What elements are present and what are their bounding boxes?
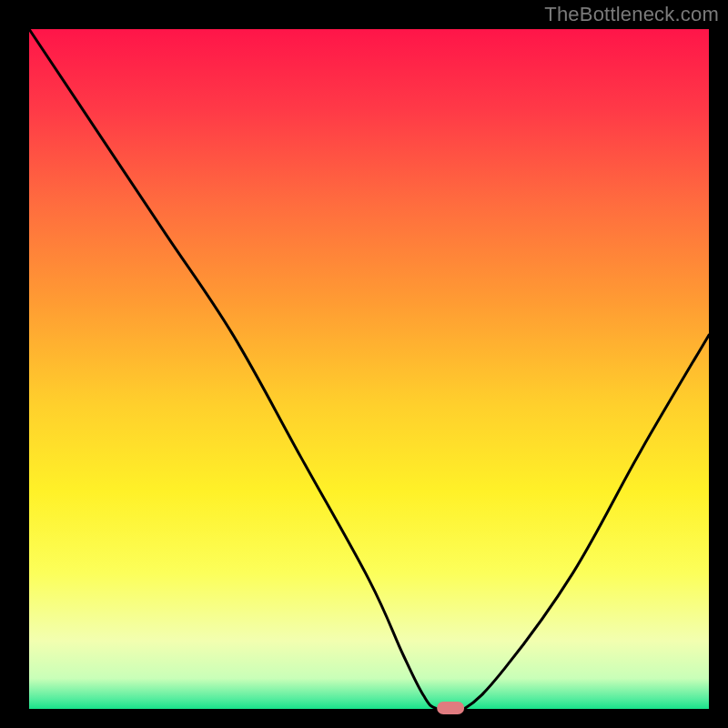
svg-rect-0 <box>29 29 709 709</box>
chart-stage: TheBottleneck.com <box>0 0 728 728</box>
watermark-text: TheBottleneck.com <box>544 3 719 26</box>
chart-background <box>0 0 728 728</box>
